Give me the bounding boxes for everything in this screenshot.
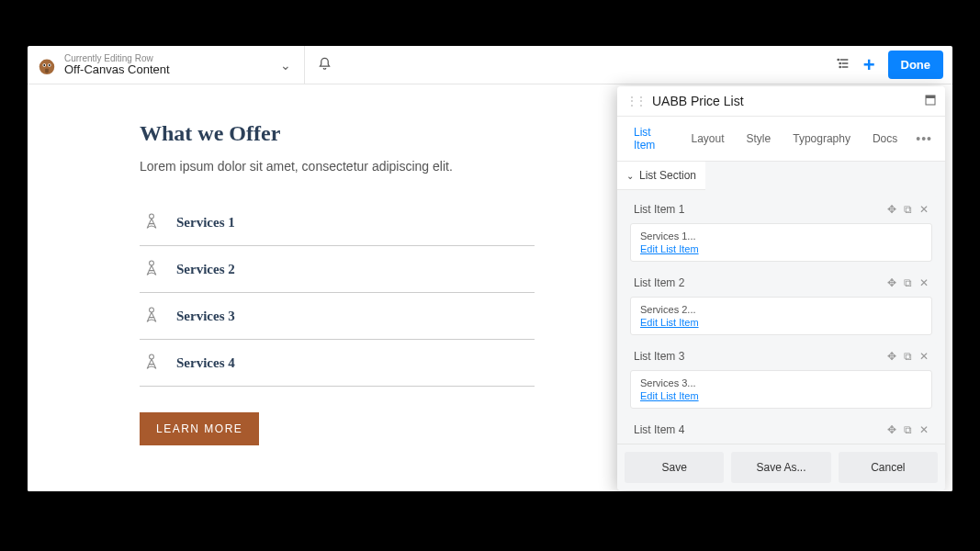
close-icon[interactable]: ✕	[919, 423, 929, 436]
yoga-icon	[140, 304, 163, 328]
svg-point-9	[839, 62, 840, 63]
page-title: Off-Canvas Content	[64, 63, 170, 76]
edit-list-item-link[interactable]: Edit List Item	[640, 390, 922, 401]
drag-handle-icon[interactable]: ⋮⋮	[626, 95, 645, 107]
duplicate-icon[interactable]: ⧉	[904, 423, 912, 436]
service-row[interactable]: Services 4	[140, 340, 535, 387]
topbar-titles: Currently Editing Row Off-Canvas Content	[64, 53, 170, 76]
list-item-card: Services 1... Edit List Item	[630, 223, 932, 262]
duplicate-icon[interactable]: ⧉	[904, 350, 912, 363]
list-item-title: List Item 3	[634, 350, 887, 363]
services-list: Services 1 Services 2 Services 3 Service…	[140, 199, 535, 387]
list-item-title: List Item 4	[634, 423, 887, 436]
list-item: List Item 4 ✥ ⧉ ✕ Services 4... Edit Lis…	[625, 416, 938, 444]
outline-icon[interactable]	[836, 56, 850, 74]
list-item: List Item 1 ✥ ⧉ ✕ Services 1... Edit Lis…	[625, 196, 938, 262]
settings-panel: ⋮⋮ UABB Price List List Item Layout Styl…	[617, 86, 945, 490]
list-item-title: List Item 2	[634, 276, 887, 289]
svg-point-11	[839, 66, 840, 67]
learn-more-button[interactable]: LEARN MORE	[140, 412, 259, 445]
service-label: Services 1	[176, 215, 235, 231]
svg-point-13	[150, 261, 154, 265]
chevron-down-icon[interactable]: ⌄	[280, 58, 291, 73]
more-tabs-icon[interactable]: •••	[908, 122, 940, 155]
svg-rect-5	[45, 68, 49, 73]
save-as-button[interactable]: Save As...	[731, 452, 830, 483]
list-item-title: List Item 1	[634, 203, 887, 216]
tab-style[interactable]: Style	[736, 123, 783, 154]
service-row[interactable]: Services 3	[140, 293, 535, 340]
tab-list-item[interactable]: List Item	[623, 117, 681, 161]
svg-point-14	[150, 308, 154, 312]
selection-corner-icon	[617, 481, 626, 490]
close-icon[interactable]: ✕	[919, 350, 929, 363]
svg-point-4	[49, 64, 51, 66]
service-row[interactable]: Services 1	[140, 199, 535, 246]
tab-docs[interactable]: Docs	[862, 123, 908, 154]
move-icon[interactable]: ✥	[887, 203, 896, 216]
list-item-desc: Services 3...	[640, 377, 696, 388]
service-label: Services 4	[176, 355, 235, 371]
move-icon[interactable]: ✥	[887, 350, 896, 363]
duplicate-icon[interactable]: ⧉	[904, 203, 912, 216]
close-icon[interactable]: ✕	[919, 276, 929, 289]
panel-tabs: List Item Layout Style Typography Docs •…	[617, 117, 945, 162]
section-toggle[interactable]: ⌄ List Section	[617, 162, 705, 190]
tab-layout[interactable]: Layout	[681, 123, 736, 154]
service-label: Services 2	[176, 262, 235, 277]
svg-point-3	[43, 64, 45, 66]
cancel-button[interactable]: Cancel	[839, 452, 938, 483]
yoga-icon	[140, 210, 163, 234]
add-icon[interactable]: +	[863, 55, 875, 75]
panel-header: ⋮⋮ UABB Price List	[617, 86, 945, 117]
svg-point-15	[150, 354, 154, 359]
svg-point-7	[838, 59, 839, 60]
list-item-desc: Services 2...	[640, 304, 696, 315]
move-icon[interactable]: ✥	[887, 276, 896, 289]
edit-list-item-link[interactable]: Edit List Item	[640, 317, 922, 328]
yoga-icon	[140, 351, 163, 375]
tab-typography[interactable]: Typography	[782, 123, 862, 154]
yoga-icon	[140, 257, 163, 281]
topbar: Currently Editing Row Off-Canvas Content…	[28, 46, 952, 84]
list-item-card: Services 2... Edit List Item	[630, 297, 932, 335]
service-label: Services 3	[176, 309, 235, 324]
close-icon[interactable]: ✕	[919, 203, 929, 216]
divider	[304, 46, 305, 84]
edit-list-item-link[interactable]: Edit List Item	[640, 243, 922, 254]
list-item-card: Services 3... Edit List Item	[630, 370, 932, 409]
move-icon[interactable]: ✥	[887, 423, 896, 436]
section-label: List Section	[639, 169, 696, 182]
list-item: List Item 3 ✥ ⧉ ✕ Services 3... Edit Lis…	[625, 343, 938, 409]
done-button[interactable]: Done	[888, 51, 944, 79]
svg-rect-17	[926, 96, 935, 98]
save-button[interactable]: Save	[625, 452, 724, 483]
svg-point-12	[150, 214, 154, 219]
panel-footer: Save Save As... Cancel	[617, 444, 945, 490]
window-icon[interactable]	[925, 95, 936, 108]
panel-body: List Item 1 ✥ ⧉ ✕ Services 1... Edit Lis…	[617, 190, 945, 444]
chevron-down-icon: ⌄	[626, 171, 634, 181]
list-item-desc: Services 1...	[640, 231, 696, 242]
bell-icon[interactable]	[318, 57, 332, 73]
service-row[interactable]: Services 2	[140, 246, 535, 293]
panel-title: UABB Price List	[652, 94, 925, 108]
beaver-logo-icon	[37, 55, 57, 75]
app-window: Currently Editing Row Off-Canvas Content…	[28, 46, 952, 491]
list-item: List Item 2 ✥ ⧉ ✕ Services 2... Edit Lis…	[625, 269, 938, 335]
duplicate-icon[interactable]: ⧉	[904, 276, 912, 289]
